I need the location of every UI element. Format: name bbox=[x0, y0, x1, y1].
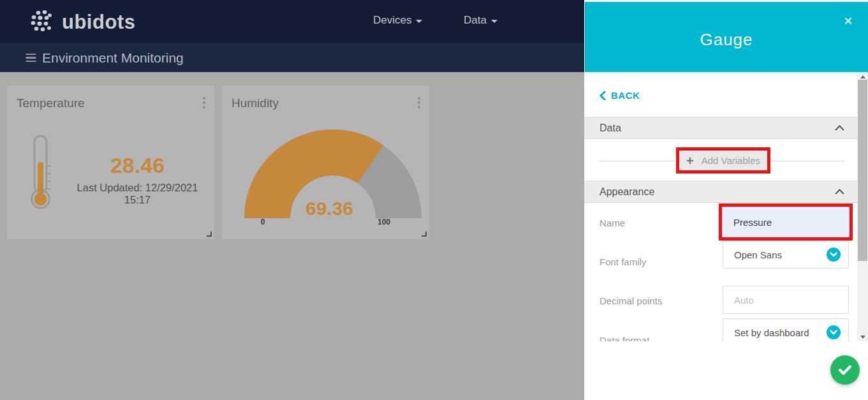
last-updated-text: Last Updated: 12/29/2021 15:17 bbox=[64, 182, 210, 206]
scroll-down-arrow[interactable] bbox=[857, 332, 868, 341]
panel-scrollbar bbox=[857, 72, 868, 341]
dashboard-area: Temperature 28.46 Last Updated: 12/29/20… bbox=[0, 72, 584, 400]
ubidots-logo[interactable]: ubidots bbox=[29, 8, 135, 36]
nav-menu-data[interactable]: Data bbox=[464, 14, 497, 27]
panel-scroll-area: BACK Data + Add Variables Appearance Nam… bbox=[584, 72, 857, 341]
close-icon[interactable]: ✕ bbox=[844, 15, 853, 28]
widget-settings-panel: Gauge ✕ BACK Data + Add Variables Appear… bbox=[584, 0, 868, 400]
chevron-left-icon bbox=[600, 91, 606, 100]
name-input[interactable]: Pressure bbox=[722, 207, 850, 237]
section-header-data[interactable]: Data bbox=[584, 117, 857, 139]
widget-menu-icon[interactable] bbox=[416, 96, 422, 110]
widget-menu-icon[interactable] bbox=[202, 96, 207, 110]
chevron-up-icon bbox=[835, 189, 844, 195]
chevron-down-circle-icon bbox=[827, 248, 841, 262]
caret-down-icon bbox=[416, 20, 422, 23]
widget-humidity: Humidity 69.36 0 100 bbox=[222, 85, 429, 239]
caret-down-icon bbox=[491, 20, 497, 23]
font-family-label: Font family bbox=[600, 256, 646, 267]
widget-title: Humidity bbox=[232, 96, 279, 110]
plus-icon: + bbox=[686, 154, 694, 167]
section-header-appearance[interactable]: Appearance bbox=[584, 181, 857, 203]
back-button[interactable]: BACK bbox=[600, 90, 640, 101]
confirm-button[interactable] bbox=[830, 355, 860, 385]
panel-header: Gauge ✕ bbox=[585, 2, 868, 72]
add-variables-button[interactable]: + Add Variables bbox=[676, 147, 770, 174]
gauge-max-label: 100 bbox=[372, 218, 395, 226]
check-icon bbox=[839, 365, 851, 375]
nav-menu-devices[interactable]: Devices bbox=[373, 14, 422, 27]
panel-title: Gauge bbox=[585, 30, 868, 50]
widget-title: Temperature bbox=[17, 96, 85, 110]
temperature-value: 28.46 bbox=[64, 153, 210, 178]
data-format-label: Data format bbox=[600, 335, 649, 341]
ubidots-dots-icon bbox=[29, 8, 57, 36]
brand-name: ubidots bbox=[62, 11, 135, 34]
thermometer-icon bbox=[30, 134, 55, 211]
font-family-select[interactable]: Open Sans bbox=[723, 241, 849, 269]
gauge-min-label: 0 bbox=[255, 218, 270, 226]
chevron-up-icon bbox=[835, 125, 844, 131]
annotation-highlight-name: Pressure bbox=[719, 204, 853, 241]
chevron-down-circle-icon bbox=[827, 325, 841, 339]
widget-temperature: Temperature 28.46 Last Updated: 12/29/20… bbox=[7, 85, 214, 239]
humidity-value: 69.36 bbox=[230, 198, 429, 219]
name-field-label: Name bbox=[600, 218, 625, 228]
data-format-select[interactable]: Set by dashboard bbox=[723, 318, 849, 341]
widget-resize-handle[interactable] bbox=[207, 232, 212, 237]
decimal-points-label: Decimal points bbox=[600, 295, 662, 306]
widget-resize-handle[interactable] bbox=[422, 232, 427, 237]
decimal-points-input[interactable]: Auto bbox=[723, 286, 849, 314]
hamburger-menu-icon[interactable] bbox=[26, 54, 36, 63]
dashboard-title: Environment Monitoring bbox=[42, 50, 184, 66]
scrollbar-thumb[interactable] bbox=[858, 80, 867, 261]
